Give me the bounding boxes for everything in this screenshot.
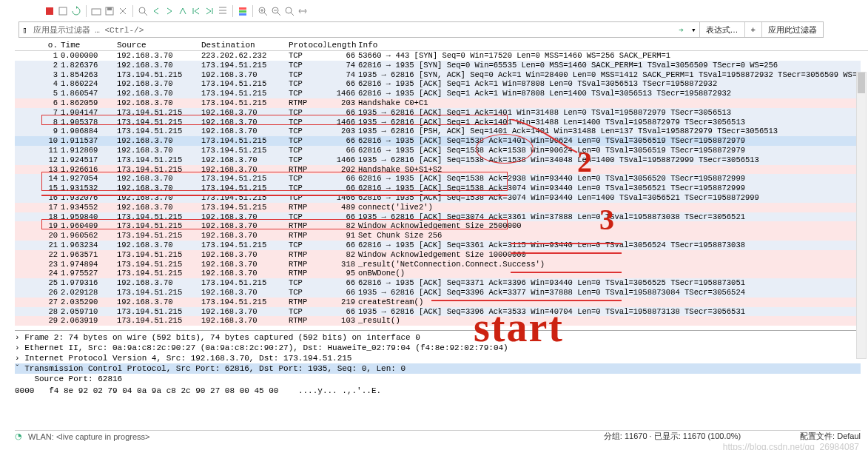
packet-list-header: o. Time Source Destination Protocol Leng… [15,41,868,51]
record-stop-icon[interactable] [44,6,55,16]
record-icon[interactable] [58,6,68,16]
table-row[interactable]: 151.931532192.168.3.70173.194.51.215TCP6… [15,184,861,193]
status-left: WLAN: <live capture in progress> [25,432,604,441]
bullet-icon: ◔ [15,431,22,441]
table-row[interactable]: 10.000000192.168.3.70223.202.62.232TCP66… [15,51,861,61]
table-row[interactable]: 41.860224192.168.3.70173.194.51.215TCP66… [15,79,861,89]
autoscroll-icon[interactable] [218,6,228,16]
arrow-right-icon[interactable]: ➔ [674,25,688,35]
vertical-scrollbar[interactable] [856,72,867,359]
col-source[interactable]: Source [115,41,200,50]
svg-rect-7 [239,7,246,10]
svg-line-6 [144,13,147,16]
detail-line[interactable]: › Internet Protocol Version 4, Src: 192.… [15,353,861,363]
table-row[interactable]: 121.924517173.194.51.215192.168.3.70TCP1… [15,155,861,165]
apply-filter-button[interactable]: 应用此过滤器 [761,22,823,37]
table-row[interactable]: 292.063919173.194.51.215192.168.3.70RTMP… [15,316,861,326]
zoom-out-icon[interactable] [271,6,281,16]
svg-line-11 [264,13,267,16]
table-row[interactable]: 81.905378173.194.51.215192.168.3.70TCP14… [15,118,861,127]
packet-details-pane[interactable]: › Frame 2: 74 bytes on wire (592 bits), … [15,330,861,384]
prev-icon[interactable] [151,6,161,16]
svg-point-17 [286,7,292,13]
detail-line-selected[interactable]: ˇ Transmission Control Protocol, Src Por… [15,363,861,374]
table-row[interactable]: 171.934552192.168.3.70173.194.51.215RTMP… [15,203,861,212]
svg-rect-9 [239,13,246,16]
svg-point-5 [139,7,145,13]
table-row[interactable]: 71.904147173.194.51.215192.168.3.70TCP66… [15,108,861,118]
close-icon[interactable] [118,6,128,16]
dropdown-icon[interactable]: ▾ [688,25,699,35]
resize-cols-icon[interactable] [297,6,308,16]
table-row[interactable]: 31.854263173.194.51.215192.168.3.70TCP74… [15,70,861,80]
detail-line[interactable]: › Frame 2: 74 bytes on wire (592 bits), … [15,332,861,343]
svg-line-15 [277,13,280,16]
svg-line-18 [291,13,294,16]
col-dest[interactable]: Destination [200,41,287,50]
table-row[interactable]: 101.911537192.168.3.70173.194.51.215TCP6… [15,136,861,146]
goto-first-icon[interactable] [191,6,201,16]
open-icon[interactable] [91,6,101,16]
table-row[interactable]: 91.906884173.194.51.215192.168.3.70TCP20… [15,127,861,136]
table-row[interactable]: 231.974894173.194.51.215192.168.3.70RTMP… [15,260,861,269]
table-row[interactable]: 21.826376192.168.3.70173.194.51.215TCP74… [15,61,861,70]
table-row[interactable]: 282.059710173.194.51.215192.168.3.70TCP6… [15,307,861,317]
scrollbar-thumb[interactable] [858,73,865,93]
col-info[interactable]: Info [357,41,868,50]
bookmark-icon[interactable]: ▯ [19,25,30,35]
table-row[interactable]: 251.979316192.168.3.70173.194.51.215TCP6… [15,278,861,288]
zoom-in-icon[interactable] [258,6,268,16]
table-row[interactable]: 211.963234192.168.3.70173.194.51.215TCP6… [15,241,861,250]
jump-icon[interactable] [178,6,188,16]
table-row[interactable]: 201.960562173.194.51.215192.168.3.70RTMP… [15,231,861,241]
svg-rect-0 [46,7,53,15]
goto-last-icon[interactable] [204,6,215,16]
table-row[interactable]: 272.035290192.168.3.70173.194.51.215RTMP… [15,298,861,307]
table-row[interactable]: 191.960409173.194.51.215192.168.3.70RTMP… [15,221,861,231]
col-proto[interactable]: Protocol [287,41,326,50]
hex-bytes: f4 8e 92 02 79 04 0a 9a c8 2c 90 27 08 0… [49,386,278,395]
table-row[interactable]: 131.926616173.194.51.215192.168.3.70RTMP… [15,165,861,175]
table-row[interactable]: 141.927054192.168.3.70173.194.51.215TCP6… [15,174,861,184]
next-icon[interactable] [164,6,175,16]
display-filter-bar: ▯ 应用显示过滤器 … <Ctrl-/> ➔ ▾ 表达式… + 应用此过滤器 [18,21,824,38]
table-row[interactable]: 262.029128173.194.51.215192.168.3.70TCP6… [15,288,861,298]
table-row[interactable]: 241.975527173.194.51.215192.168.3.70RTMP… [15,269,861,278]
colorize-icon[interactable] [238,6,248,16]
main-toolbar [44,4,824,19]
svg-rect-2 [92,9,101,15]
status-bar: ◔ WLAN: <live capture in progress> 分组: 1… [15,430,861,442]
hex-offset: 0000 [15,386,34,395]
packet-list[interactable]: 10.000000192.168.3.70223.202.62.232TCP66… [15,51,861,326]
detail-line[interactable]: › Ethernet II, Src: 0a:9a:c8:2c:90:27 (0… [15,343,861,353]
col-no[interactable]: o. [15,41,59,50]
table-row[interactable]: 161.932076192.168.3.70173.194.51.215TCP1… [15,193,861,203]
table-row[interactable]: 221.963571173.194.51.215192.168.3.70RTMP… [15,250,861,260]
col-time[interactable]: Time [59,41,115,50]
restart-icon[interactable] [71,6,81,16]
hex-ascii: ....y... .,.'..E. [298,386,381,395]
watermark: https://blog.csdn.net/qq_26984087 [723,442,859,450]
svg-rect-4 [107,7,112,10]
find-icon[interactable] [138,6,148,16]
table-row[interactable]: 51.860547192.168.3.70173.194.51.215TCP14… [15,89,861,98]
svg-rect-1 [59,7,67,15]
display-filter-input[interactable]: 应用显示过滤器 … <Ctrl-/> [30,24,675,36]
packet-bytes-pane[interactable]: 0000 f4 8e 92 02 79 04 0a 9a c8 2c 90 27… [15,386,861,395]
svg-rect-8 [239,10,246,13]
zoom-reset-icon[interactable] [284,6,295,16]
save-icon[interactable] [104,6,115,16]
detail-line[interactable]: Source Port: 62816 [15,374,861,384]
expression-button[interactable]: 表达式… [699,22,744,37]
col-len[interactable]: Length [326,41,357,50]
table-row[interactable]: 61.862059192.168.3.70173.194.51.215RTMP2… [15,98,861,108]
add-filter-button[interactable]: + [744,22,761,37]
table-row[interactable]: 111.912869192.168.3.70173.194.51.215TCP6… [15,146,861,155]
status-profile: 配置文件: Defaul [800,431,861,442]
status-packets: 分组: 11670 · 已显示: 11670 (100.0%) [604,431,741,442]
table-row[interactable]: 181.959840173.194.51.215192.168.3.70TCP6… [15,212,861,222]
